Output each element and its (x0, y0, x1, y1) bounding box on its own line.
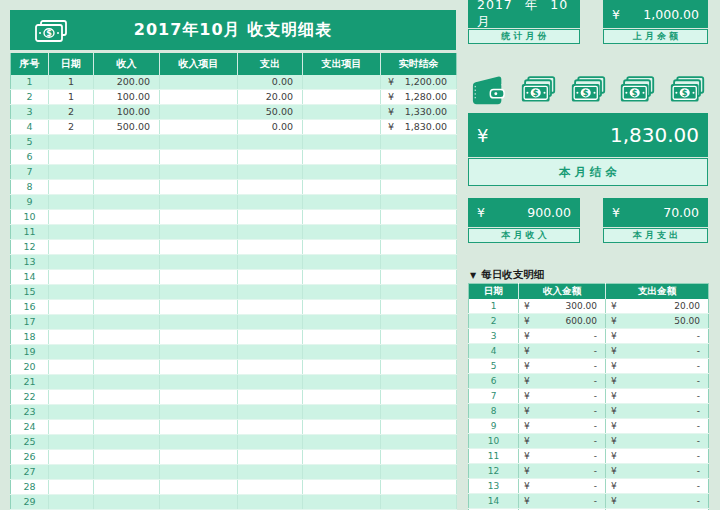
cell[interactable] (238, 375, 303, 390)
col-header-date[interactable]: 日期 (469, 284, 519, 299)
cell[interactable]: ¥ (606, 493, 624, 508)
cell[interactable] (401, 450, 457, 465)
cell[interactable] (238, 435, 303, 450)
cell[interactable] (49, 450, 94, 465)
cell[interactable]: 14 (11, 270, 49, 285)
cell[interactable] (381, 180, 401, 195)
cell[interactable]: 600.00 (537, 313, 606, 328)
cell[interactable]: 4 (11, 120, 49, 135)
cell[interactable] (160, 345, 238, 360)
cell[interactable]: ¥ (606, 478, 624, 493)
cell[interactable]: 6 (11, 150, 49, 165)
col-header-expense[interactable]: 支出 (238, 53, 303, 75)
cell[interactable] (49, 465, 94, 480)
cell[interactable] (238, 465, 303, 480)
cell[interactable]: ¥ (519, 343, 537, 358)
cell[interactable] (303, 105, 381, 120)
cell[interactable]: 27 (11, 465, 49, 480)
cell[interactable] (303, 360, 381, 375)
cell[interactable] (94, 255, 160, 270)
cell[interactable] (238, 165, 303, 180)
cell[interactable]: - (537, 478, 606, 493)
cell[interactable] (303, 330, 381, 345)
cell[interactable] (401, 165, 457, 180)
cell[interactable] (94, 330, 160, 345)
cell[interactable] (94, 435, 160, 450)
col-header-income[interactable]: 收入 (94, 53, 160, 75)
cell[interactable]: ¥ (519, 463, 537, 478)
cell[interactable]: - (624, 493, 709, 508)
cell[interactable] (49, 435, 94, 450)
cell[interactable] (381, 450, 401, 465)
cell[interactable]: - (624, 343, 709, 358)
cell[interactable] (49, 285, 94, 300)
cell[interactable]: 25 (11, 435, 49, 450)
cell[interactable] (160, 450, 238, 465)
cell[interactable]: 1,200.00 (401, 75, 457, 90)
cell[interactable] (303, 255, 381, 270)
cell[interactable]: ¥ (606, 448, 624, 463)
cell[interactable]: 18 (11, 330, 49, 345)
col-header-date[interactable]: 日期 (49, 53, 94, 75)
col-header-income-item[interactable]: 收入项目 (160, 53, 238, 75)
cell[interactable] (381, 420, 401, 435)
triangle-down-icon[interactable]: ▼ (470, 271, 476, 280)
cell[interactable] (94, 285, 160, 300)
cell[interactable]: - (624, 448, 709, 463)
cell[interactable] (401, 480, 457, 495)
cell[interactable] (401, 270, 457, 285)
cell[interactable]: - (537, 418, 606, 433)
cell[interactable]: 20 (11, 360, 49, 375)
cell[interactable] (401, 495, 457, 510)
cell[interactable]: - (624, 403, 709, 418)
cell[interactable] (238, 390, 303, 405)
cell[interactable] (238, 135, 303, 150)
cell[interactable]: ¥ (606, 433, 624, 448)
cell[interactable]: 9 (469, 418, 519, 433)
cell[interactable] (303, 195, 381, 210)
cell[interactable]: 11 (11, 225, 49, 240)
cell[interactable] (49, 255, 94, 270)
cell[interactable]: ¥ (606, 403, 624, 418)
cell[interactable] (160, 285, 238, 300)
cell[interactable] (49, 345, 94, 360)
cell[interactable] (401, 330, 457, 345)
cell[interactable]: ¥ (606, 328, 624, 343)
cell[interactable] (94, 165, 160, 180)
cell[interactable]: - (624, 478, 709, 493)
cell[interactable] (160, 240, 238, 255)
cell[interactable]: - (537, 433, 606, 448)
cell[interactable] (49, 390, 94, 405)
cell[interactable]: 14 (469, 493, 519, 508)
cell[interactable]: 200.00 (94, 75, 160, 90)
cell[interactable]: - (537, 358, 606, 373)
cell[interactable] (303, 285, 381, 300)
cell[interactable] (160, 105, 238, 120)
prev-balance-box[interactable]: ¥ 1,000.00 上 月 余 额 (603, 0, 708, 44)
cell[interactable] (401, 375, 457, 390)
cell[interactable] (160, 270, 238, 285)
cell[interactable] (303, 300, 381, 315)
cell[interactable] (160, 75, 238, 90)
cell[interactable] (381, 285, 401, 300)
cell[interactable]: 2 (11, 90, 49, 105)
cell[interactable]: ¥ (606, 463, 624, 478)
cell[interactable] (94, 465, 160, 480)
cell[interactable]: 1,830.00 (401, 120, 457, 135)
cell[interactable]: 0.00 (238, 75, 303, 90)
cell[interactable]: ¥ (519, 478, 537, 493)
cell[interactable]: ¥ (519, 328, 537, 343)
cell[interactable]: 6 (469, 373, 519, 388)
cell[interactable] (160, 435, 238, 450)
cell[interactable] (381, 255, 401, 270)
cell[interactable] (303, 435, 381, 450)
cell[interactable]: 12 (11, 240, 49, 255)
cell[interactable]: 8 (469, 403, 519, 418)
cell[interactable] (303, 270, 381, 285)
cell[interactable] (381, 375, 401, 390)
cell[interactable]: 22 (11, 390, 49, 405)
cell[interactable]: - (537, 493, 606, 508)
month-expense-box[interactable]: ¥ 70.00 本 月 支 出 (603, 198, 708, 243)
cell[interactable] (238, 225, 303, 240)
cell[interactable] (303, 180, 381, 195)
